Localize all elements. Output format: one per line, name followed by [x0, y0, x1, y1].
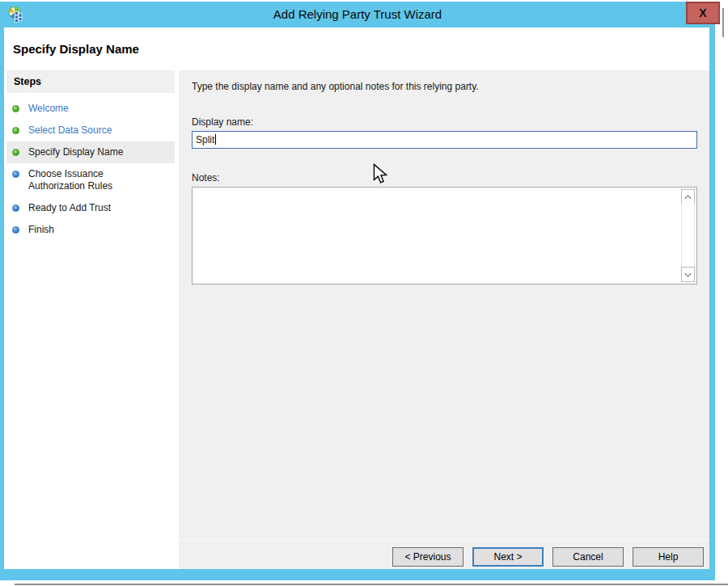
- main-panel: Type the display name and any optional n…: [179, 70, 709, 569]
- step-completed-dot-icon: [12, 105, 19, 112]
- cancel-button[interactable]: Cancel: [552, 547, 624, 567]
- next-button[interactable]: Next >: [472, 547, 544, 567]
- button-bar: < Previous Next > Cancel Help: [392, 547, 704, 567]
- step-item-specify-display-name[interactable]: Specify Display Name: [6, 141, 175, 163]
- display-name-label: Display name:: [192, 116, 253, 128]
- steps-list: Welcome Select Data Source Specify Displ…: [4, 98, 175, 241]
- titlebar[interactable]: Add Relying Party Trust Wizard X: [0, 2, 715, 27]
- wizard-window: Add Relying Party Trust Wizard X Specify…: [0, 2, 715, 580]
- scroll-up-button[interactable]: [681, 189, 695, 204]
- intro-text: Type the display name and any optional n…: [192, 81, 479, 92]
- step-item-ready-to-add-trust: Ready to Add Trust: [6, 197, 175, 219]
- steps-panel: Steps Welcome Select Data Source Specify…: [4, 70, 175, 569]
- text-caret: [215, 134, 216, 145]
- previous-button[interactable]: < Previous: [392, 547, 463, 567]
- step-pending-dot-icon: [12, 204, 19, 212]
- step-pending-dot-icon: [12, 171, 19, 178]
- notes-textarea[interactable]: [192, 187, 697, 285]
- wizard-body: Specify Display Name Steps Welcome Selec…: [4, 27, 709, 569]
- background-window-edge: [15, 584, 728, 585]
- page-header: Specify Display Name: [4, 27, 709, 70]
- step-item-finish: Finish: [6, 219, 175, 241]
- step-item-select-data-source[interactable]: Select Data Source: [6, 120, 175, 141]
- background-window-edge: [722, 8, 724, 37]
- steps-heading: Steps: [6, 70, 175, 93]
- display-name-value: Split: [196, 134, 214, 145]
- button-bar-separator: [179, 539, 709, 540]
- chevron-up-icon: [684, 195, 692, 200]
- step-pending-dot-icon: [12, 226, 19, 234]
- notes-scrollbar[interactable]: [681, 189, 695, 282]
- close-button[interactable]: X: [686, 2, 720, 24]
- window-title: Add Relying Party Trust Wizard: [0, 2, 715, 27]
- step-item-choose-issuance-authorization-rules: Choose Issuance Authorization Rules: [6, 163, 175, 197]
- step-completed-dot-icon: [12, 149, 19, 156]
- display-name-input[interactable]: Split: [192, 131, 697, 149]
- scrollbar-track[interactable]: [681, 204, 695, 268]
- help-button[interactable]: Help: [633, 547, 704, 567]
- page-title: Specify Display Name: [13, 42, 139, 56]
- scroll-down-button[interactable]: [681, 267, 695, 282]
- chevron-down-icon: [684, 272, 692, 277]
- notes-label: Notes:: [192, 172, 220, 183]
- step-item-welcome[interactable]: Welcome: [6, 98, 175, 120]
- step-completed-dot-icon: [12, 127, 19, 134]
